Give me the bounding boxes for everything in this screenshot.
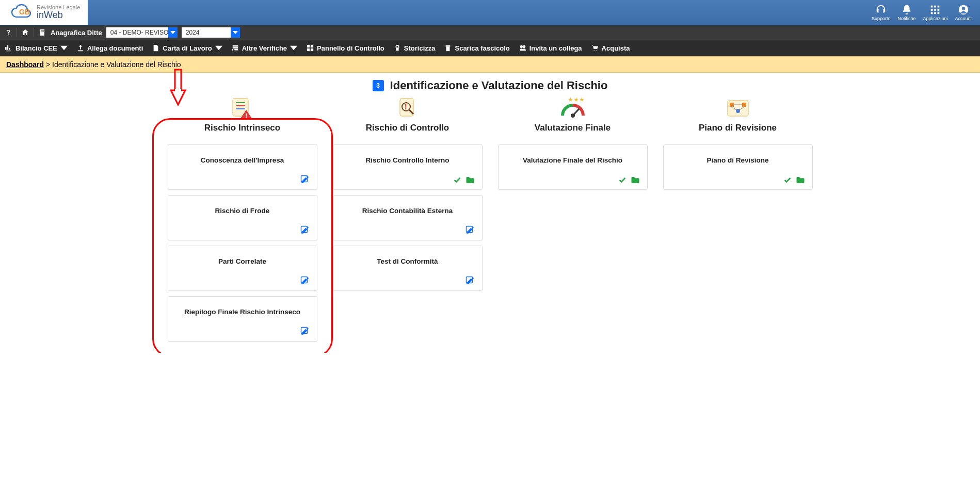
- notifications-button[interactable]: Notifiche: [894, 3, 919, 23]
- breadcrumb-separator: >: [44, 60, 52, 69]
- chevron-down-icon: [290, 44, 297, 52]
- altre-button[interactable]: Altre Verifiche: [232, 44, 297, 52]
- acquista-label: Acquista: [602, 44, 630, 52]
- check-icon: [618, 176, 626, 184]
- edit-icon: [465, 276, 475, 285]
- carta-button[interactable]: Carta di Lavoro: [152, 44, 222, 52]
- bilancio-button[interactable]: Bilancio CEE: [5, 44, 68, 52]
- main-content: 3 Identificazione e Valutazione del Risc…: [0, 73, 980, 353]
- breadcrumb-dashboard-link[interactable]: Dashboard: [6, 60, 44, 69]
- acquista-button[interactable]: Acquista: [591, 44, 630, 52]
- svg-rect-2: [935, 5, 937, 7]
- storicizza-label: Storicizza: [404, 44, 436, 52]
- annotation-arrow-icon: [168, 69, 188, 109]
- toolbar: Bilancio CEE Allega documenti Carta di L…: [0, 40, 980, 56]
- edit-icon: [465, 225, 475, 235]
- card-title: Conoscenza dell'Impresa: [175, 156, 310, 164]
- card-title: Rischio Controllo Interno: [341, 156, 475, 164]
- edit-icon: [300, 175, 310, 184]
- checklist-warning-icon: !: [230, 96, 255, 120]
- svg-text:!: !: [245, 112, 247, 119]
- svg-rect-15: [42, 30, 42, 30]
- notifications-label: Notifiche: [897, 16, 915, 21]
- allega-button[interactable]: Allega documenti: [77, 44, 143, 52]
- page-title-badge: 3: [373, 80, 384, 91]
- pannello-button[interactable]: Pannello di Controllo: [307, 44, 384, 52]
- invita-label: Invita un collega: [529, 44, 582, 52]
- card-test-conformita[interactable]: Test di Conformità: [333, 246, 483, 291]
- invita-button[interactable]: Invita un collega: [519, 44, 582, 52]
- svg-rect-51: [742, 103, 746, 107]
- column-valutazione-finale: ★★★ Valutazione Finale Valutazione Final…: [498, 96, 648, 347]
- svg-rect-17: [41, 31, 41, 32]
- svg-rect-18: [42, 31, 42, 32]
- card-title: Piano di Revisione: [671, 156, 805, 164]
- document-magnify-icon: !: [395, 96, 421, 120]
- card-title: Test di Conformità: [341, 257, 475, 265]
- logo-line2: inWeb: [37, 10, 80, 21]
- scarica-button[interactable]: Scarica fascicolo: [444, 44, 509, 52]
- apps-label: Applicazioni: [923, 16, 947, 21]
- svg-rect-22: [307, 48, 310, 51]
- svg-line-47: [573, 109, 579, 116]
- card-riepilogo-finale[interactable]: Riepilogo Finale Rischio Intrinseco: [168, 296, 317, 342]
- column-piano-revisione: Piano di Revisione Piano di Revisione: [663, 96, 813, 347]
- gauge-icon: ★★★: [557, 96, 588, 120]
- svg-rect-7: [931, 12, 933, 14]
- card-parti-correlate[interactable]: Parti Correlate: [168, 246, 317, 291]
- folder-icon: [465, 176, 475, 184]
- edit-icon: [300, 276, 310, 285]
- nav-bar: ? Anagrafica Ditte 04 - DEMO- REVISORE U…: [0, 25, 980, 40]
- home-icon[interactable]: [21, 28, 29, 37]
- support-button[interactable]: Supporto: [869, 3, 894, 23]
- help-icon[interactable]: ?: [4, 28, 12, 37]
- year-select-dropdown-icon[interactable]: [231, 27, 240, 38]
- column-rischio-controllo: ! Rischio di Controllo Rischio Controllo…: [333, 96, 483, 347]
- card-title: Parti Correlate: [175, 257, 310, 265]
- svg-rect-25: [446, 46, 450, 51]
- svg-rect-6: [938, 9, 940, 11]
- company-select[interactable]: 04 - DEMO- REVISORE UN: [106, 27, 178, 38]
- support-label: Supporto: [872, 16, 891, 21]
- svg-point-11: [962, 7, 965, 10]
- storicizza-button[interactable]: Storicizza: [394, 44, 436, 52]
- column2-title: Rischio di Controllo: [366, 123, 449, 133]
- logo-area: GB Revisione Legale inWeb: [0, 0, 88, 25]
- chevron-down-icon: [215, 44, 222, 52]
- account-button[interactable]: Account: [952, 3, 975, 23]
- logo-cloud-icon: GB: [8, 3, 33, 22]
- year-select-value: 2024: [182, 29, 231, 36]
- scarica-label: Scarica fascicolo: [455, 44, 509, 52]
- edit-icon: [300, 327, 310, 336]
- breadcrumb: Dashboard > Identificazione e Valutazion…: [0, 56, 980, 73]
- card-piano-revisione[interactable]: Piano di Revisione: [663, 144, 813, 190]
- card-rischio-frode[interactable]: Rischio di Frode: [168, 195, 317, 240]
- svg-rect-24: [396, 47, 398, 51]
- column-rischio-intrinseco: ! Rischio Intrinseco Conoscenza dell'Imp…: [168, 96, 317, 347]
- card-rischio-controllo-interno[interactable]: Rischio Controllo Interno: [333, 144, 483, 190]
- svg-rect-1: [931, 5, 933, 7]
- column3-title: Valutazione Finale: [535, 123, 611, 133]
- svg-rect-3: [938, 5, 940, 7]
- apps-button[interactable]: Applicazioni: [920, 3, 951, 23]
- edit-icon: [300, 225, 310, 235]
- flowchart-icon: [724, 96, 752, 120]
- svg-text:GB: GB: [19, 8, 30, 16]
- svg-rect-16: [43, 30, 43, 30]
- card-title: Valutazione Finale del Rischio: [506, 156, 640, 164]
- svg-rect-5: [935, 9, 937, 11]
- page-title: Identificazione e Valutazione del Rischi…: [390, 79, 608, 92]
- pannello-label: Pannello di Controllo: [317, 44, 384, 52]
- bilancio-label: Bilancio CEE: [15, 44, 57, 52]
- year-select[interactable]: 2024: [182, 27, 240, 38]
- svg-rect-29: [175, 70, 181, 90]
- card-conoscenza-impresa[interactable]: Conoscenza dell'Impresa: [168, 144, 317, 190]
- company-select-dropdown-icon[interactable]: [168, 27, 178, 38]
- breadcrumb-current: Identificazione e Valutazione del Rischi…: [52, 60, 181, 69]
- card-rischio-contabilita-esterna[interactable]: Rischio Contabilità Esterna: [333, 195, 483, 240]
- svg-rect-19: [43, 31, 43, 32]
- card-valutazione-finale-rischio[interactable]: Valutazione Finale del Rischio: [498, 144, 648, 190]
- svg-rect-50: [730, 103, 734, 107]
- building-icon[interactable]: [38, 28, 46, 37]
- carta-label: Carta di Lavoro: [163, 44, 212, 52]
